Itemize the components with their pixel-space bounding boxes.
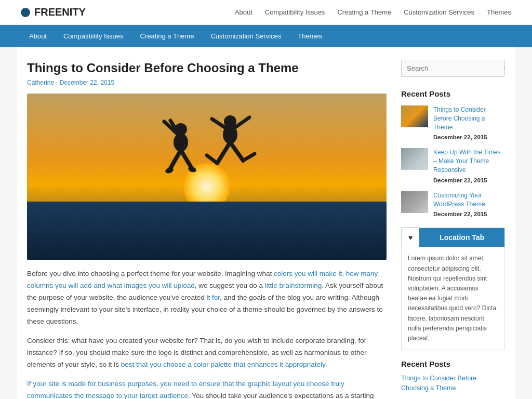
top-nav-about[interactable]: About <box>235 8 252 16</box>
recent-post-date-1: December 22, 2015 <box>433 134 487 140</box>
location-tab-header: ♥ Location Tab <box>402 228 504 247</box>
recent-post-info-1: Things to Consider Before Choosing a The… <box>433 105 505 141</box>
recent-post-thumb-1 <box>401 105 428 127</box>
top-nav-compatibility[interactable]: Compatibility Issues <box>265 8 325 16</box>
content-area: Things to Consider Before Choosing a The… <box>27 60 387 399</box>
svg-line-13 <box>230 142 243 161</box>
top-header: FREENITY About Compatibility Issues Crea… <box>0 0 532 25</box>
top-nav-creating[interactable]: Creating a Theme <box>337 8 391 16</box>
recent-post-item-1: Things to Consider Before Choosing a The… <box>401 105 505 141</box>
recent-post-info-3: Customizing Your WordPress Theme Decembe… <box>433 191 505 218</box>
blue-nav-creating[interactable]: Creating a Theme <box>132 25 203 47</box>
top-nav-customization[interactable]: Customization Services <box>404 8 474 16</box>
recent-post-thumb-2 <box>401 148 428 170</box>
recent-posts-title: Recent Posts <box>401 89 505 98</box>
recent-post-date-2: December 22, 2015 <box>433 177 487 183</box>
post-meta: Catherine - December 22, 2015 <box>27 79 387 86</box>
location-tab-widget: ♥ Location Tab Lorem ipsum dolor sit ame… <box>401 227 505 350</box>
location-tab-button[interactable]: Location Tab <box>419 228 504 247</box>
search-input[interactable] <box>402 60 499 76</box>
recent-post-item-2: Keep Up With the Times – Make Your Theme… <box>401 148 505 183</box>
logo-dot <box>21 8 30 17</box>
blue-nav-compatibility[interactable]: Compatibility Issues <box>55 25 132 47</box>
recent-post-link-2[interactable]: Keep Up With the Times – Make Your Theme… <box>433 148 505 174</box>
main-container: Things to Consider Before Choosing a The… <box>17 47 515 399</box>
post-title: Things to Consider Before Choosing a The… <box>27 60 387 76</box>
recent-link-2[interactable]: Keep Up With the Times – Make Your Theme… <box>401 397 505 399</box>
svg-line-5 <box>181 150 191 167</box>
recent-link-1[interactable]: Things to Consider Before Choosing a The… <box>401 374 505 393</box>
logo-text: FREENITY <box>34 6 86 18</box>
recent-post-date-3: December 22, 2015 <box>433 211 487 217</box>
recent-post-info-2: Keep Up With the Times – Make Your Theme… <box>433 148 505 183</box>
location-heart-icon: ♥ <box>402 228 419 247</box>
recent-post-thumb-3 <box>401 191 428 213</box>
recent-posts-section-2: Recent Posts Things to Consider Before C… <box>401 360 505 399</box>
sidebar: 🔍 Recent Posts Things to Consider Before… <box>401 60 505 399</box>
top-nav-themes[interactable]: Themes <box>487 8 511 16</box>
blue-nav-bar: About Compatibility Issues Creating a Th… <box>0 25 532 47</box>
search-icon: 🔍 <box>499 61 505 76</box>
recent-post-link-1[interactable]: Things to Consider Before Choosing a The… <box>433 105 505 131</box>
blue-nav-about[interactable]: About <box>21 25 55 47</box>
recent-post-item-3: Customizing Your WordPress Theme Decembe… <box>401 191 505 218</box>
blue-nav-themes[interactable]: Themes <box>289 25 330 47</box>
svg-line-14 <box>207 155 217 163</box>
recent-posts-section: Recent Posts Things to Consider Before C… <box>401 89 505 218</box>
post-body: Before you dive into choosing a perfect … <box>27 268 387 399</box>
recent-links-list: Things to Consider Before Choosing a The… <box>401 374 505 399</box>
svg-line-15 <box>243 154 255 161</box>
recent-post-link-3[interactable]: Customizing Your WordPress Theme <box>433 191 505 209</box>
silhouette-svg <box>139 106 274 210</box>
blue-nav-customization[interactable]: Customization Services <box>202 25 289 47</box>
location-tab-body: Lorem ipsum dolor sit amet, consectetur … <box>402 247 504 350</box>
post-paragraph-2: Consider this: what have you created you… <box>27 335 387 371</box>
search-box[interactable]: 🔍 <box>401 60 505 77</box>
horizon-graphic <box>27 202 387 260</box>
post-paragraph-1: Before you dive into choosing a perfect … <box>27 268 387 328</box>
recent-posts-title-2: Recent Posts <box>401 360 505 368</box>
svg-line-12 <box>217 142 230 163</box>
top-navigation: About Compatibility Issues Creating a Th… <box>235 8 511 16</box>
site-logo: FREENITY <box>21 6 86 18</box>
post-paragraph-3: If your site is made for business purpos… <box>27 378 387 399</box>
post-hero-image <box>27 94 387 260</box>
svg-line-4 <box>170 150 181 168</box>
